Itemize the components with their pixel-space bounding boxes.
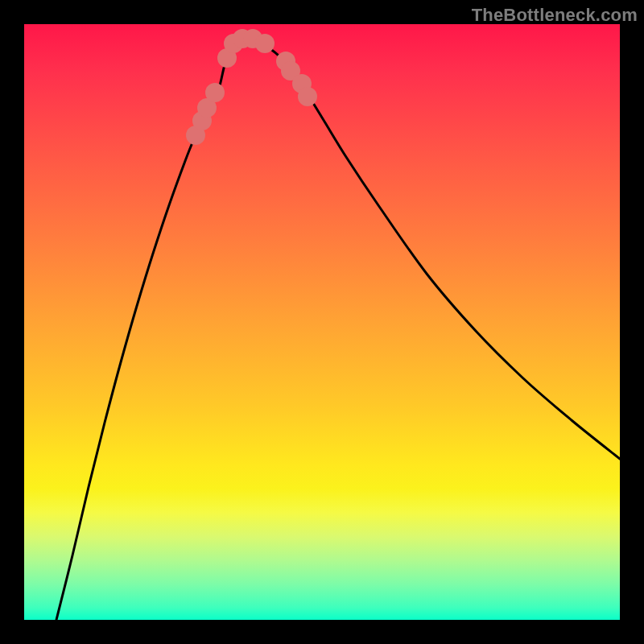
highlight-dot	[298, 87, 317, 106]
chart-svg	[24, 24, 620, 620]
watermark-text: TheBottleneck.com	[472, 5, 638, 26]
highlight-dot	[255, 34, 275, 53]
highlight-dot	[205, 83, 225, 102]
chart-plot-area	[24, 24, 620, 620]
chart-curve	[56, 39, 620, 620]
chart-highlight-markers	[186, 29, 317, 145]
